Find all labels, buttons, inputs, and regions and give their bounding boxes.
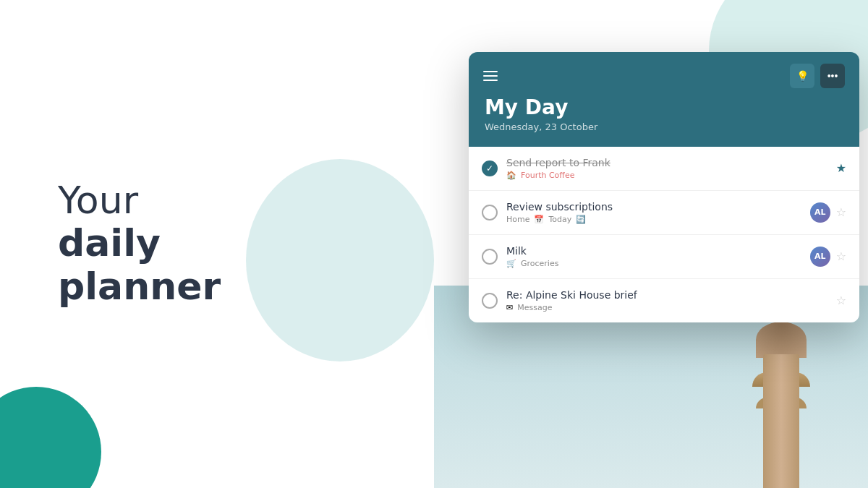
hamburger-line-1: [483, 71, 498, 72]
task-item[interactable]: Milk 🛒 Groceries AL ☆: [469, 235, 859, 279]
task-meta-home-2: Home: [506, 215, 529, 224]
more-options-button[interactable]: •••: [820, 64, 845, 88]
app-window: 💡 ••• My Day Wednesday, 23 October Send …: [469, 52, 859, 322]
task-meta-tag-3: Groceries: [521, 259, 558, 268]
app-subtitle: Wednesday, 23 October: [485, 121, 843, 132]
hero-section: Your dailyplanner: [58, 179, 221, 309]
task-meta-2: Home 📅 Today 🔄: [506, 215, 801, 224]
task-content-3: Milk 🛒 Groceries: [506, 245, 801, 268]
bg-shape-mid-left: [246, 159, 434, 361]
ellipsis-icon: •••: [827, 70, 838, 82]
task-item[interactable]: Send report to Frank 🏠 Fourth Coffee ★: [469, 147, 859, 191]
task-meta-3: 🛒 Groceries: [506, 259, 801, 268]
app-title: My Day: [485, 97, 843, 119]
task-checkbox-1[interactable]: [482, 160, 498, 176]
task-meta-repeat-icon-2: 🔄: [576, 215, 586, 224]
task-meta-tag-4: Message: [517, 303, 552, 312]
task-meta-icon-3: 🛒: [506, 259, 516, 268]
tagline: Your dailyplanner: [58, 179, 221, 309]
task-right-4: ☆: [836, 294, 846, 307]
task-meta-tag-1: Fourth Coffee: [521, 171, 574, 180]
task-checkbox-4[interactable]: [482, 293, 498, 309]
tower-dome: [756, 322, 807, 358]
task-right-2: AL ☆: [810, 202, 846, 223]
star-icon-4[interactable]: ☆: [836, 294, 846, 307]
task-title-1: Send report to Frank: [506, 157, 827, 168]
task-content-4: Re: Alpine Ski House brief ✉ Message: [506, 289, 827, 312]
header-top-row: 💡 •••: [483, 64, 845, 88]
app-header: 💡 ••• My Day Wednesday, 23 October: [469, 52, 859, 147]
title-area: My Day Wednesday, 23 October: [483, 97, 845, 132]
tower-body: [763, 354, 799, 488]
task-meta-1: 🏠 Fourth Coffee: [506, 171, 827, 180]
task-checkbox-3[interactable]: [482, 249, 498, 265]
task-content-2: Review subscriptions Home 📅 Today 🔄: [506, 201, 801, 224]
hamburger-line-2: [483, 75, 498, 77]
star-icon-2[interactable]: ☆: [836, 205, 846, 219]
tagline-bold: dailyplanner: [58, 222, 221, 309]
star-icon-1[interactable]: ★: [836, 161, 846, 175]
tagline-normal: Your: [58, 179, 138, 222]
tower: [738, 300, 825, 488]
task-item[interactable]: Review subscriptions Home 📅 Today 🔄 AL ☆: [469, 191, 859, 235]
suggestions-button[interactable]: 💡: [790, 64, 814, 88]
task-meta-calendar-icon-2: 📅: [534, 215, 544, 224]
task-meta-today-2: Today: [548, 215, 571, 224]
avatar-3: AL: [810, 247, 830, 267]
bg-shape-bottom-left: [0, 387, 101, 488]
task-right-1: ★: [836, 161, 846, 175]
hamburger-line-3: [483, 80, 498, 81]
star-icon-3[interactable]: ☆: [836, 249, 846, 263]
task-checkbox-2[interactable]: [482, 205, 498, 221]
task-meta-icon-1: 🏠: [506, 171, 516, 180]
header-actions: 💡 •••: [790, 64, 845, 88]
task-list: Send report to Frank 🏠 Fourth Coffee ★ R…: [469, 147, 859, 322]
task-meta-4: ✉ Message: [506, 303, 827, 312]
task-item[interactable]: Re: Alpine Ski House brief ✉ Message ☆: [469, 279, 859, 322]
avatar-2: AL: [810, 202, 830, 223]
lightbulb-icon: 💡: [796, 70, 809, 82]
task-right-3: AL ☆: [810, 247, 846, 267]
task-title-3: Milk: [506, 245, 801, 257]
task-title-4: Re: Alpine Ski House brief: [506, 289, 827, 301]
hamburger-menu[interactable]: [483, 71, 498, 81]
task-content-1: Send report to Frank 🏠 Fourth Coffee: [506, 157, 827, 180]
task-meta-icon-4: ✉: [506, 303, 513, 312]
task-title-2: Review subscriptions: [506, 201, 801, 213]
